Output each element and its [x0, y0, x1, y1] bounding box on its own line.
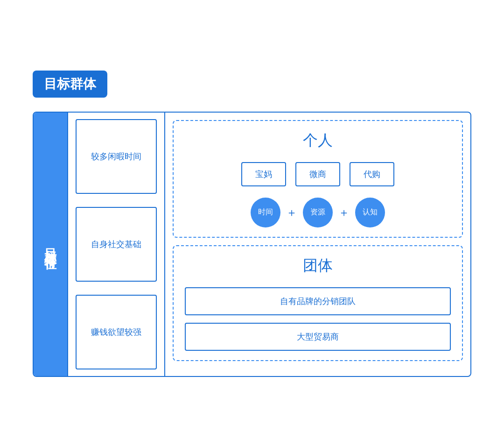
attr-time: 时间: [251, 198, 280, 227]
group-section: 团体 自有品牌的分销团队 大型贸易商: [173, 245, 463, 361]
middle-box-2: 自身社交基础: [76, 207, 157, 282]
group-item-2: 大型贸易商: [185, 323, 451, 351]
middle-column: 较多闲暇时间 自身社交基础 赚钱欲望较强: [67, 113, 165, 376]
tag-daigou: 代购: [350, 162, 394, 186]
right-section: 个人 宝妈 微商 代购 时间 ＋ 资源 ＋ 认知 团体 自有品牌: [165, 113, 470, 376]
personal-section: 个人 宝妈 微商 代购 时间 ＋ 资源 ＋ 认知: [173, 120, 463, 238]
group-item-1: 自有品牌的分销团队: [185, 287, 451, 315]
plus-icon-2: ＋: [338, 205, 350, 220]
middle-box-1: 较多闲暇时间: [76, 119, 157, 194]
attr-knowledge: 认知: [355, 198, 385, 227]
attr-resource: 资源: [303, 198, 333, 227]
left-bar-text: 目标群体特征: [43, 239, 57, 250]
tag-baoma: 宝妈: [241, 162, 286, 186]
personal-attributes: 时间 ＋ 资源 ＋ 认知: [185, 198, 451, 227]
middle-box-3: 赚钱欲望较强: [76, 295, 157, 369]
tag-weishang: 微商: [295, 162, 340, 186]
personal-tags: 宝妈 微商 代购: [185, 162, 451, 186]
page-title-badge: 目标群体: [33, 71, 107, 98]
group-title: 团体: [185, 255, 451, 276]
main-container: 目标群体 目标群体特征 较多闲暇时间 自身社交基础 赚钱欲望较强 个人 宝妈 微…: [19, 57, 485, 391]
left-bar: 目标群体特征: [34, 113, 67, 376]
plus-icon-1: ＋: [286, 205, 297, 220]
content-area: 目标群体特征 较多闲暇时间 自身社交基础 赚钱欲望较强 个人 宝妈 微商 代购 …: [33, 112, 471, 377]
personal-title: 个人: [185, 130, 451, 151]
group-items: 自有品牌的分销团队 大型贸易商: [185, 287, 451, 351]
